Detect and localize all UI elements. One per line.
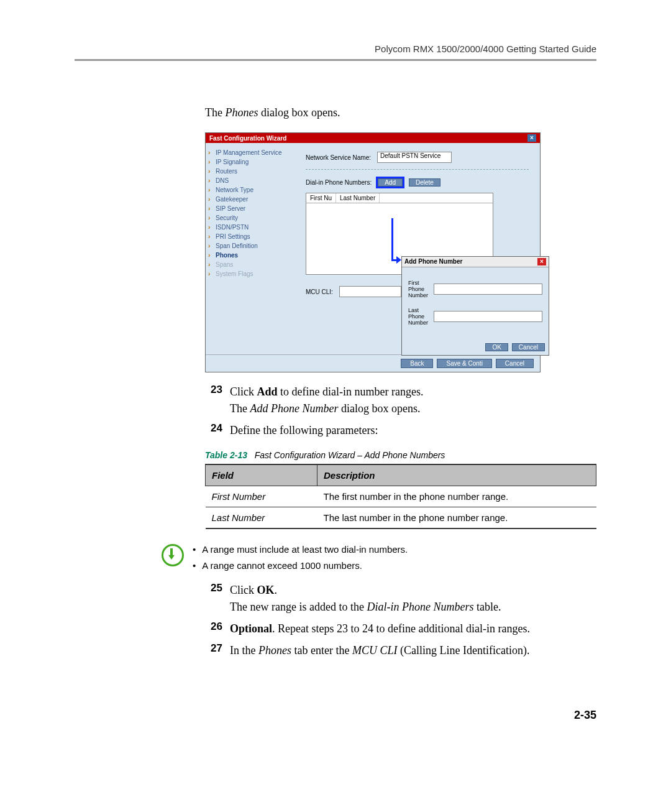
note-icon [162,544,184,566]
col-last: Last Number [336,193,380,203]
close-icon[interactable]: × [537,258,546,265]
step-num-23: 23 [205,384,222,417]
col-first: First Nu [306,193,336,203]
page-number: 2-35 [205,709,596,722]
save-continue-button[interactable]: Save & Conti [437,359,491,368]
divider [306,169,529,170]
step-27-text: In the Phones tab enter the MCU CLI (Cal… [230,642,596,659]
note-text: A range must include at least two dial-i… [193,542,408,573]
step-24-text: Define the following parameters: [230,422,596,439]
nav-ip-mgmt[interactable]: IP Management Service [208,148,292,157]
dialin-label: Dial-in Phone Numbers: [306,179,372,186]
cancel-button[interactable]: Cancel [496,359,534,368]
wizard-screenshot: Fast Configuration Wizard × IP Managemen… [205,132,541,372]
step-23-text: Click Add to define dial-in number range… [230,384,596,417]
wizard-titlebar: Fast Configuration Wizard × [206,133,540,143]
mcu-cli-label: MCU CLI: [306,288,333,295]
first-phone-label: First Phone Number [408,280,429,298]
nav-pri[interactable]: PRI Settings [208,232,292,241]
first-phone-input[interactable] [434,284,542,295]
step-num-26: 26 [205,621,222,637]
header-rule [75,59,596,61]
last-phone-input[interactable] [434,311,542,322]
wizard-title-text: Fast Configuration Wizard [209,135,286,142]
intro-line: The Phones dialog box opens. [205,104,596,121]
table-row: First Number The first number in the pho… [206,486,596,507]
mcu-cli-input[interactable] [339,286,401,297]
nav-span-def[interactable]: Span Definition [208,241,292,251]
step-26-text: Optional. Repeat steps 23 to 24 to defin… [230,621,596,637]
back-button[interactable]: Back [401,359,433,368]
nav-dns[interactable]: DNS [208,176,292,185]
add-button[interactable]: Add [378,178,403,187]
running-header: Polycom RMX 1500/2000/4000 Getting Start… [75,44,596,54]
col-description: Description [317,464,596,486]
nav-spans[interactable]: Spans [208,260,292,269]
col-field: Field [206,464,317,486]
delete-button[interactable]: Delete [409,178,440,187]
nav-isdn[interactable]: ISDN/PSTN [208,223,292,232]
nav-security[interactable]: Security [208,213,292,223]
sub-cancel-button[interactable]: Cancel [512,343,545,351]
nav-sip[interactable]: SIP Server [208,204,292,213]
params-table: Field Description First Number The first… [205,464,596,529]
nav-phones[interactable]: Phones [208,251,292,260]
add-phone-dialog: Add Phone Number × First Phone Number La… [401,256,549,356]
callout-arrow-head [396,256,401,264]
wizard-nav: IP Management Service IP Signaling Route… [206,143,294,354]
step-num-25: 25 [205,582,222,616]
svc-name-input[interactable]: Default PSTN Service [377,152,452,163]
step-num-24: 24 [205,422,222,439]
callout-arrow [391,218,393,261]
nav-ip-sig[interactable]: IP Signaling [208,157,292,167]
close-icon[interactable]: × [527,134,536,142]
step-num-27: 27 [205,642,222,659]
nav-sysflags[interactable]: System Flags [208,269,292,279]
svc-label: Network Service Name: [306,154,371,161]
last-phone-label: Last Phone Number [408,307,429,326]
table-row: Last Number The last number in the phone… [206,507,596,529]
nav-gatekeeper[interactable]: Gatekeeper [208,195,292,204]
nav-net-type[interactable]: Network Type [208,185,292,195]
step-25-text: Click OK. The new range is added to the … [230,582,596,616]
table-caption: Table 2-13 Fast Configuration Wizard – A… [205,450,596,460]
sub-dialog-title: Add Phone Number [404,258,462,265]
ok-button[interactable]: OK [485,343,508,351]
nav-routers[interactable]: Routers [208,167,292,176]
